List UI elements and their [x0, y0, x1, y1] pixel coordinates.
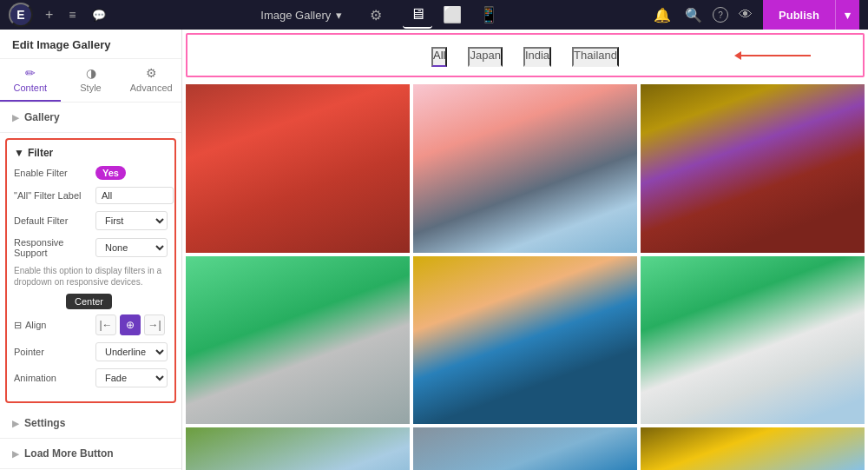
- advanced-tab-label: Advanced: [130, 83, 173, 93]
- default-filter-select[interactable]: First Last: [95, 211, 168, 230]
- content-area: All Japan India Thailand: [182, 30, 868, 470]
- all-filter-label-row: "All" Filter Label: [14, 187, 168, 204]
- style-tab-icon: ◑: [86, 66, 96, 80]
- filter-chevron-icon: ▼: [14, 147, 24, 159]
- arrow-indicator: [734, 51, 811, 60]
- align-label: Align: [25, 320, 46, 330]
- search-button[interactable]: 🔍: [681, 3, 706, 27]
- advanced-tab-icon: ⚙: [146, 66, 157, 80]
- default-filter-label: Default Filter: [14, 215, 92, 226]
- filter-tab-japan[interactable]: Japan: [468, 47, 502, 67]
- animation-row: Animation Fade None: [14, 368, 168, 387]
- tab-advanced[interactable]: ⚙ Advanced: [121, 59, 181, 102]
- all-filter-label: "All" Filter Label: [14, 190, 92, 201]
- content-tab-label: Content: [14, 83, 48, 93]
- load-more-section-label: Load More Button: [24, 447, 114, 460]
- sidebar: Edit Image Gallery ✏ Content ◑ Style ⚙ A…: [0, 30, 182, 470]
- gallery-image-9: [641, 427, 865, 470]
- tablet-device-button[interactable]: ⬜: [436, 2, 469, 28]
- responsive-support-label: Responsive Support: [14, 237, 92, 258]
- main-layout: Edit Image Gallery ✏ Content ◑ Style ⚙ A…: [0, 30, 868, 470]
- filter-tab-thailand[interactable]: Thailand: [572, 47, 619, 67]
- responsive-support-select[interactable]: None Yes: [95, 238, 168, 257]
- notify-button[interactable]: 🔔: [650, 3, 674, 27]
- help-button[interactable]: ?: [713, 7, 728, 23]
- tab-content[interactable]: ✏ Content: [0, 59, 61, 102]
- gallery-preview: All Japan India Thailand: [182, 30, 868, 470]
- align-controls: |← ⊕ →|: [95, 314, 165, 335]
- responsive-help-text: Enable this option to display filters in…: [14, 265, 168, 288]
- load-more-section: ▶ Load More Button: [0, 439, 181, 469]
- pointer-row: Pointer Underline None: [14, 342, 168, 361]
- gallery-image-7: [186, 427, 410, 470]
- gallery-image-3: [641, 84, 865, 253]
- arrow-line: [741, 55, 811, 56]
- default-filter-row: Default Filter First Last: [14, 211, 168, 230]
- settings-chevron-icon: ▶: [12, 419, 19, 428]
- gallery-chevron-icon: ▶: [12, 113, 19, 122]
- desktop-device-button[interactable]: 🖥: [403, 2, 432, 29]
- gallery-image-2: [413, 84, 637, 253]
- page-title-button[interactable]: Image Gallery ▾: [253, 5, 349, 25]
- gallery-image-6: [641, 256, 865, 425]
- responsive-support-row: Responsive Support None Yes: [14, 237, 168, 258]
- load-more-chevron-icon: ▶: [12, 449, 19, 459]
- pointer-label: Pointer: [14, 347, 92, 357]
- all-filter-input[interactable]: [95, 187, 174, 204]
- gallery-section: ▶ Gallery: [0, 103, 181, 133]
- center-tooltip: Center: [66, 294, 112, 309]
- gallery-image-1: [186, 84, 410, 253]
- sidebar-tabs: ✏ Content ◑ Style ⚙ Advanced: [0, 59, 181, 103]
- enable-filter-row: Enable Filter Yes: [14, 166, 168, 180]
- animation-label: Animation: [14, 373, 92, 383]
- filter-section-title: ▼ Filter: [14, 147, 168, 159]
- sidebar-title: Edit Image Gallery: [0, 30, 181, 59]
- align-center-button[interactable]: ⊕: [120, 314, 141, 335]
- align-left-button[interactable]: |←: [95, 314, 116, 335]
- gallery-section-header[interactable]: ▶ Gallery: [0, 103, 181, 132]
- top-bar: E + ≡ 💬 Image Gallery ▾ ⚙ 🖥 ⬜ 📱 🔔 🔍 ? 👁 …: [0, 0, 868, 30]
- view-button[interactable]: 👁: [735, 3, 756, 26]
- content-tab-icon: ✏: [25, 66, 36, 80]
- gallery-grid: [182, 81, 868, 470]
- publish-chevron: ▾: [835, 0, 859, 30]
- settings-section-label: Settings: [24, 417, 65, 429]
- align-right-button[interactable]: →|: [144, 314, 165, 335]
- gallery-filter-bar: All Japan India Thailand: [186, 33, 865, 77]
- device-buttons: 🖥 ⬜ 📱: [403, 2, 505, 29]
- settings-section: ▶ Settings: [0, 408, 181, 439]
- tab-style[interactable]: ◑ Style: [61, 59, 122, 102]
- arrow-head-icon: [734, 51, 741, 60]
- gallery-image-8: [413, 427, 637, 470]
- publish-label: Publish: [763, 0, 835, 30]
- align-row: ⊟ Align |← ⊕ →|: [14, 314, 168, 335]
- chat-button[interactable]: 💬: [89, 5, 109, 25]
- logo-button[interactable]: E: [9, 3, 33, 27]
- filter-tab-india[interactable]: India: [523, 47, 551, 67]
- align-screen-icon: ⊟: [14, 320, 22, 331]
- top-bar-right: 🔔 🔍 ? 👁 Publish ▾: [650, 0, 859, 30]
- layers-button[interactable]: ≡: [65, 4, 79, 25]
- enable-filter-label: Enable Filter: [14, 168, 92, 178]
- align-label-container: ⊟ Align: [14, 320, 92, 331]
- add-button[interactable]: +: [42, 3, 56, 26]
- settings-button[interactable]: ⚙: [366, 3, 385, 27]
- top-bar-center: Image Gallery ▾ ⚙ 🖥 ⬜ 📱: [118, 2, 642, 29]
- settings-section-header[interactable]: ▶ Settings: [0, 408, 181, 438]
- style-tab-label: Style: [80, 83, 101, 93]
- animation-select[interactable]: Fade None: [95, 368, 168, 387]
- enable-filter-toggle[interactable]: Yes: [95, 166, 126, 180]
- filter-section: ▼ Filter Enable Filter Yes "All" Filter …: [5, 138, 176, 403]
- mobile-device-button[interactable]: 📱: [472, 2, 505, 28]
- publish-button[interactable]: Publish ▾: [763, 0, 859, 30]
- pointer-select[interactable]: Underline None: [95, 342, 168, 361]
- filter-tab-all[interactable]: All: [431, 47, 447, 67]
- gallery-image-4: [186, 256, 410, 425]
- load-more-section-header[interactable]: ▶ Load More Button: [0, 439, 181, 468]
- gallery-image-5: [413, 256, 637, 425]
- gallery-section-label: Gallery: [24, 111, 60, 123]
